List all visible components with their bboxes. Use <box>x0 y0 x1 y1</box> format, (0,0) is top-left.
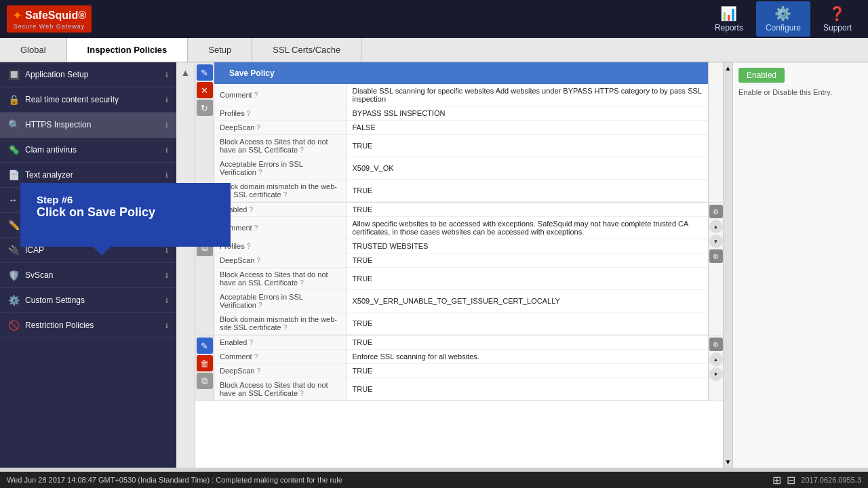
row-block-2: ✎ 🗑 ⧉ Enabled ? TRUE Comment ? Allow spe… <box>195 203 723 336</box>
clam-icon: 🦠 <box>8 144 20 155</box>
scroll-up-btn-2[interactable]: ▲ <box>709 220 723 233</box>
block-access-help-icon: ? <box>300 146 304 154</box>
row-3-table: Enabled ? TRUE Comment ? Enforce SSL sca… <box>214 336 708 401</box>
edit-btn-1[interactable]: ✎ <box>197 64 213 81</box>
enabled-badge: Enabled <box>738 68 785 83</box>
scroll-up-btn-3[interactable]: ▲ <box>709 352 723 366</box>
step-overlay: Step #6 Click on Save Policy <box>20 183 231 247</box>
configure-icon: ⚙️ <box>774 5 791 22</box>
row-1-data: Save Policy Comment ? Disable SSL scanni… <box>214 62 708 202</box>
delete-btn-1[interactable]: ✕ <box>197 82 213 98</box>
tab-ssl-certs[interactable]: SSL Certs/Cache <box>252 38 361 62</box>
sidebar-item-app-setup[interactable]: 🔲 Application Setup ℹ <box>0 62 176 87</box>
configure-btn[interactable]: ⚙️ Configure <box>756 1 810 37</box>
header-nav: 📊 Reports ⚙️ Configure ❓ Support <box>705 1 861 37</box>
row-3-left-controls: ✎ 🗑 ⧉ <box>195 336 214 401</box>
scroll-down-btn-3[interactable]: ▼ <box>709 367 723 381</box>
tab-setup[interactable]: Setup <box>188 38 252 62</box>
field-label: Comment ? <box>214 84 347 106</box>
table-row: Profiles ? BYPASS SSL INSPECTION <box>214 106 708 121</box>
row-3-data: Enabled ? TRUE Comment ? Enforce SSL sca… <box>214 336 708 401</box>
statusbar-version: 2017.0626.0955.3 <box>801 476 861 484</box>
row-block-3: ✎ 🗑 ⧉ Enabled ? TRUE Comment ? Enforce S… <box>195 336 723 401</box>
delete-btn-3[interactable]: 🗑 <box>197 355 213 371</box>
app-setup-icon: 🔲 <box>8 69 20 80</box>
enabled-help-icon-3: ? <box>249 339 253 346</box>
scroll-down-btn-2[interactable]: ▼ <box>709 235 723 248</box>
reports-btn[interactable]: 📊 Reports <box>705 1 753 37</box>
copy-btn-1[interactable]: ↻ <box>197 100 213 116</box>
sidebar-item-label-restriction: Restriction Policies <box>25 321 165 330</box>
sidebar-item-label-clam: Clam antivirus <box>25 145 165 155</box>
field-value: TRUE <box>347 135 708 157</box>
field-value: X509_V_OK <box>347 157 708 180</box>
save-policy-button[interactable]: Save Policy <box>220 65 284 81</box>
field-value: FALSE <box>347 121 708 135</box>
sidebar-item-label-custom: Custom Settings <box>25 296 165 305</box>
right-panel-description: Enable or Disable this Entry. <box>738 88 863 96</box>
field-label: Enabled ? <box>214 336 347 350</box>
table-row: Enabled ? TRUE <box>214 336 708 350</box>
scrollbar-right[interactable]: ▲ ▼ <box>723 62 732 468</box>
acceptable-help-icon: ? <box>258 169 262 176</box>
step-action: Click on Save Policy <box>37 205 214 220</box>
field-label: Block Access to Sites that do not have a… <box>214 268 347 290</box>
right-panel: Enabled Enable or Disable this Entry. <box>732 62 868 468</box>
settings-btn-3[interactable]: ⚙ <box>709 338 723 351</box>
sidebar-item-svscan[interactable]: 🛡️ SvScan ℹ <box>0 263 176 288</box>
svscan-icon: 🛡️ <box>8 270 20 281</box>
sidebar: 🔲 Application Setup ℹ 🔒 Real time conten… <box>0 62 176 468</box>
mismatch-help-icon-2: ? <box>283 324 288 331</box>
save-policy-row: Save Policy <box>214 62 708 84</box>
icap-help: ℹ <box>165 247 168 254</box>
copy-btn-3[interactable]: ⧉ <box>197 373 213 389</box>
profiles-help-icon: ? <box>247 110 251 117</box>
table-row: Profiles ? TRUSTED WEBSITES <box>214 239 708 253</box>
table-row: Comment ? Enforce SSL scanning for all w… <box>214 350 708 364</box>
table-row: Block Access to Sites that do not have a… <box>214 268 708 290</box>
restriction-help: ℹ <box>165 322 168 329</box>
tab-inspection-policies[interactable]: Inspection Policies <box>67 38 189 62</box>
tab-global[interactable]: Global <box>0 38 67 62</box>
scroll-up-icon: ▲ <box>181 67 191 78</box>
field-label: Comment ? <box>214 217 347 239</box>
field-label: Profiles ? <box>214 106 347 121</box>
table-row: Block Access to Sites that do not have a… <box>214 135 708 157</box>
icap-icon: 🔌 <box>8 245 20 256</box>
table-row: Enabled ? TRUE <box>214 203 708 217</box>
field-label: Comment ? <box>214 350 347 364</box>
settings-btn-2[interactable]: ⚙ <box>709 205 723 218</box>
field-value: TRUE <box>347 180 708 202</box>
statusbar-icon-2[interactable]: ⊟ <box>787 474 795 487</box>
sidebar-item-restriction[interactable]: 🚫 Restriction Policies ℹ <box>0 313 176 338</box>
sidebar-item-realtime[interactable]: 🔒 Real time content security ℹ <box>0 87 176 113</box>
block-help-icon-2: ? <box>300 279 304 287</box>
reports-label: Reports <box>715 23 743 33</box>
field-label: DeepScan ? <box>214 253 347 268</box>
table-row: DeepScan ? TRUE <box>214 253 708 268</box>
https-icon: 🔍 <box>8 119 20 130</box>
acceptable-help-icon-2: ? <box>258 302 262 309</box>
main-layout: 🔲 Application Setup ℹ 🔒 Real time conten… <box>0 62 868 468</box>
field-label: Enabled ? <box>214 203 347 217</box>
field-label: Block domain mismatch in the web-site SS… <box>214 180 347 202</box>
sidebar-item-https[interactable]: 🔍 HTTPS Inspection ℹ <box>0 113 176 138</box>
deepscan-help-icon: ? <box>256 124 260 131</box>
statusbar-icon-1[interactable]: ⊞ <box>772 474 781 487</box>
table-row: DeepScan ? TRUE <box>214 364 708 378</box>
settings2-btn-2[interactable]: ⚙ <box>709 249 723 263</box>
left-control-column: ▲ <box>176 62 195 468</box>
block-mismatch-help-icon: ? <box>283 191 288 199</box>
clam-help: ℹ <box>165 146 168 154</box>
sidebar-item-clam[interactable]: 🦠 Clam antivirus ℹ <box>0 138 176 163</box>
row-1-left-controls: ✎ ✕ ↻ <box>195 62 214 202</box>
table-row: Block domain mismatch in the web-site SS… <box>214 312 708 335</box>
row-block-1: ✎ ✕ ↻ Save Policy Comment ? Disable SSL … <box>195 62 723 203</box>
sidebar-item-custom[interactable]: ⚙️ Custom Settings ℹ <box>0 288 176 313</box>
field-value: TRUE <box>347 253 708 268</box>
comment-help-icon-3: ? <box>254 353 258 361</box>
text-help: ℹ <box>165 171 168 179</box>
logo-icon: ✦ <box>12 8 22 23</box>
support-btn[interactable]: ❓ Support <box>814 1 861 37</box>
edit-btn-3[interactable]: ✎ <box>197 338 213 354</box>
